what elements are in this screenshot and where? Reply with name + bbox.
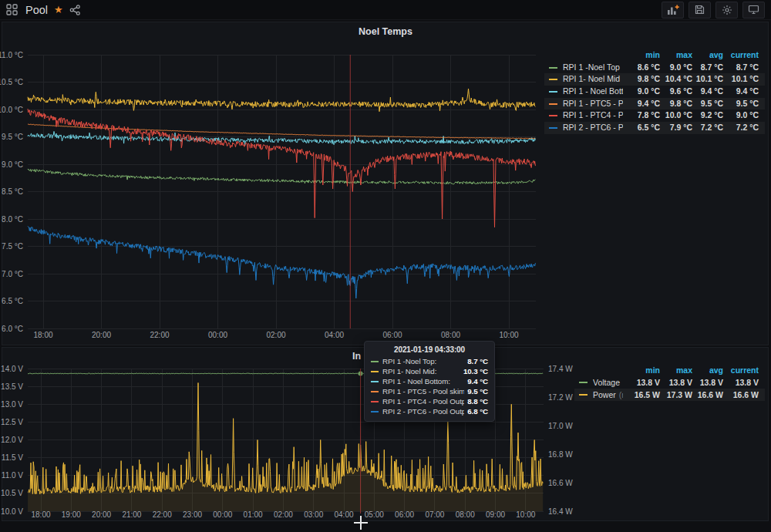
series-color-dash <box>579 394 588 396</box>
series-line <box>28 131 535 145</box>
legend-stat-value: 8.6 °C <box>623 62 660 74</box>
series-color-dash <box>549 115 557 116</box>
legend-stat-value: 13.8 V <box>623 376 660 389</box>
tooltip-timestamp: 2021-01-19 04:33:00 <box>371 345 488 354</box>
legend-stat-value: 8.7 °C <box>723 62 759 74</box>
legend-header-max[interactable]: max <box>660 49 692 62</box>
x-axis-tick: 10:00 <box>516 510 535 519</box>
series-color-dash <box>371 411 379 412</box>
y-axis-tick-left: 12.0 V <box>1 436 23 444</box>
legend-header: minmaxavgcurrent <box>574 364 765 376</box>
legend-stat-value: 9.4 °C <box>692 86 723 98</box>
tooltip-row: RPI 2 - PTC6 - Pool Output 2:6.8 °C <box>371 406 488 416</box>
legend-series-label[interactable]: RPI 1 - PTC5 - Pool skimmer <box>563 98 623 110</box>
x-axis-tick: 01:00 <box>244 510 263 519</box>
legend-series-label[interactable]: RPI 1 - PTC4 - Pool Output 1 <box>563 109 623 122</box>
y-axis-tick: 10.0 °C <box>0 106 23 114</box>
series-color-dash <box>549 79 557 80</box>
x-axis-tick: 22:00 <box>150 331 169 339</box>
series-line <box>28 109 535 227</box>
y-axis-tick: 6.0 °C <box>2 325 23 333</box>
legend-series-label[interactable]: RPI 1 -Noel Top <box>563 62 623 74</box>
y-axis-tick-left: 10.0 V <box>1 507 23 516</box>
legend-header-min[interactable]: min <box>623 364 660 376</box>
x-axis-tick: 08:00 <box>441 331 460 339</box>
legend-header-current[interactable]: current <box>723 49 759 62</box>
legend-noel-temps: minmaxavgcurrentRPI 1 -Noel Top8.6 °C9.0… <box>544 49 765 134</box>
y-axis-tick: 9.0 °C <box>2 160 23 169</box>
legend-row: RPI 2 - PTC6 - Pool Output 26.5 °C7.9 °C… <box>544 122 765 134</box>
legend-series-label[interactable]: RPI 1- Noel Mid <box>563 73 623 86</box>
series-color-dash <box>549 103 557 105</box>
tooltip-series-label: RPI 1 - Noel Bottom: <box>382 377 464 386</box>
tooltip-row: RPI 1 - PTC5 - Pool skimmer:9.5 °C <box>371 386 488 396</box>
legend-header-avg[interactable]: avg <box>692 49 723 62</box>
legend-stat-value: 17.3 W <box>660 389 692 401</box>
y-axis-tick-left: 11.5 V <box>2 453 23 462</box>
legend-row: RPI 1 - Noel Bottom9.0 °C9.6 °C9.4 °C9.4… <box>544 86 765 98</box>
legend-stat-value: 7.2 °C <box>723 122 759 134</box>
x-axis-tick: 02:00 <box>274 510 293 519</box>
legend-row: RPI 1 - PTC5 - Pool skimmer9.4 °C9.8 °C9… <box>544 98 765 110</box>
x-axis-tick: 20:00 <box>92 331 111 339</box>
legend-header-avg[interactable]: avg <box>692 364 723 376</box>
x-axis-tick: 20:00 <box>92 510 111 519</box>
y-axis-tick: 8.0 °C <box>2 215 23 224</box>
legend-stat-value: 9.0 °C <box>623 86 660 98</box>
x-axis-tick: 06:00 <box>395 510 414 519</box>
y-axis-tick: 8.5 °C <box>2 187 23 196</box>
legend-stat-value: 9.5 °C <box>692 98 723 110</box>
y-axis-tick-right: 17.0 W <box>548 422 573 430</box>
x-axis-tick: 05:00 <box>365 510 384 519</box>
y-axis-tick-right: 16.6 W <box>548 479 573 487</box>
x-axis-tick: 03:00 <box>304 510 323 519</box>
y-axis-tick-left: 12.5 V <box>1 418 23 426</box>
legend-stat-value: 9.4 °C <box>623 98 660 110</box>
tooltip-series-value: 9.4 °C <box>467 377 488 386</box>
legend-stat-value: 8.7 °C <box>692 62 723 74</box>
legend-series-label[interactable]: Voltage <box>593 376 623 389</box>
legend-series-label[interactable]: Power(right-y) <box>593 389 623 401</box>
series-color-dash <box>371 391 379 392</box>
legend-series-label[interactable]: RPI 1 - Noel Bottom <box>563 86 623 98</box>
y-axis-tick-left: 10.5 V <box>1 489 23 497</box>
tooltip-series-value: 10.3 °C <box>463 367 488 375</box>
x-axis-tick: 19:00 <box>62 510 81 519</box>
y-axis-tick-left: 13.0 V <box>1 400 23 409</box>
tooltip-series-label: RPI 1 -Noel Top: <box>382 357 464 365</box>
panel-title-noel-temps[interactable]: Noel Temps <box>0 26 771 37</box>
y-axis-tick: 11.0 °C <box>0 51 23 59</box>
tooltip-series-value: 6.8 °C <box>467 407 488 416</box>
y-axis-tick: 7.0 °C <box>2 270 23 278</box>
legend-header: minmaxavgcurrent <box>544 49 765 62</box>
tooltip-series-label: RPI 1 - PTC4 - Pool Output 1: <box>382 397 464 406</box>
tooltip-series-value: 8.7 °C <box>467 357 488 365</box>
x-axis-tick: 21:00 <box>122 510 141 519</box>
legend-series-label[interactable]: RPI 2 - PTC6 - Pool Output 2 <box>563 122 623 134</box>
tooltip-series-label: RPI 1- Noel Mid: <box>382 367 460 375</box>
y-axis-tick-right: 17.4 W <box>548 365 573 373</box>
series-color-dash <box>549 67 557 69</box>
x-axis-tick: 18:00 <box>33 331 52 339</box>
legend-stat-value: 9.8 °C <box>660 98 692 110</box>
x-axis-tick: 06:00 <box>382 331 402 339</box>
series-color-dash <box>371 381 379 382</box>
tooltip-series-label: RPI 1 - PTC5 - Pool skimmer: <box>382 387 464 396</box>
legend-header-max[interactable]: max <box>660 364 692 376</box>
legend-header-min[interactable]: min <box>623 49 660 62</box>
legend-stat-value: 13.8 V <box>692 376 723 389</box>
panel-title-second[interactable]: In <box>352 351 361 362</box>
legend-stat-value: 6.5 °C <box>623 122 660 134</box>
legend-stat-value: 16.6 W <box>723 389 759 401</box>
legend-stat-value: 10.1 °C <box>692 73 723 86</box>
x-axis-tick: 04:00 <box>334 510 353 519</box>
series-color-dash <box>579 382 588 383</box>
series-color-dash <box>549 127 557 129</box>
legend-header-current[interactable]: current <box>723 364 759 376</box>
x-axis-tick: 23:00 <box>183 510 202 519</box>
legend-stat-value: 9.5 °C <box>723 98 759 110</box>
legend-stat-value: 10.0 °C <box>660 109 692 122</box>
graph-tooltip: 2021-01-19 04:33:00 RPI 1 -Noel Top:8.7 … <box>364 341 495 422</box>
legend-row: Power(right-y)16.5 W17.3 W16.6 W16.6 W <box>574 389 765 401</box>
legend-stat-value: 10.4 °C <box>660 73 692 86</box>
